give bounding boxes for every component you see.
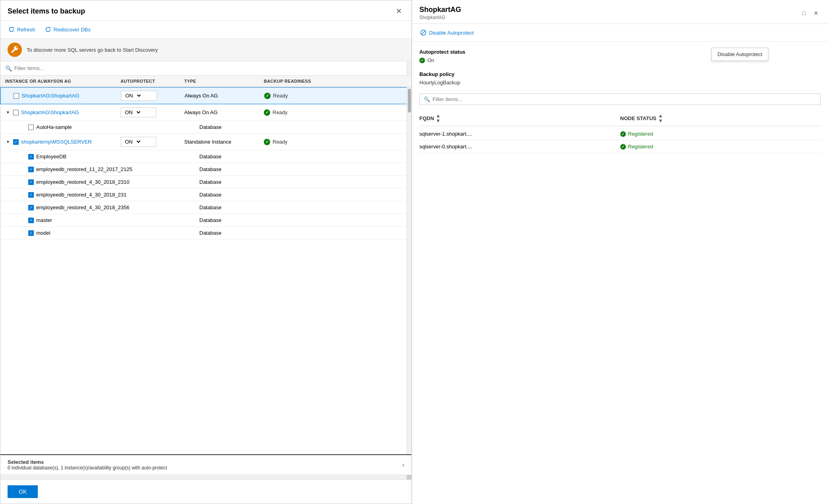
- instance-name-row6: employeedb_restored_11_22_2017_2125: [36, 166, 132, 172]
- right-content: Autoprotect status On Backup policy Hour…: [412, 42, 828, 504]
- instance-name-row5: EmployeeDB: [36, 154, 66, 160]
- checkbox-row6[interactable]: [28, 167, 34, 172]
- refresh-button[interactable]: Refresh: [8, 25, 36, 34]
- autoprotect-select-row1[interactable]: ON OFF: [124, 92, 142, 99]
- autoprotect-select-row4[interactable]: ON OFF: [123, 138, 142, 145]
- instance-name-row8: employeedb_restored_4_30_2018_231: [36, 192, 127, 198]
- instance-name-row11: model: [36, 230, 50, 236]
- type-cell-row11: Database: [199, 230, 279, 236]
- node-row: sqlserver-1.shopkart.... Registered: [419, 128, 821, 140]
- type-cell-row10: Database: [199, 217, 279, 223]
- panel-title: Select items to backup: [8, 7, 85, 16]
- table-scrollbar[interactable]: [407, 87, 411, 454]
- checkbox-row10[interactable]: [28, 218, 34, 223]
- cell-instance: model: [20, 230, 136, 236]
- bottom-bar: OK: [0, 479, 411, 504]
- checkbox-row5[interactable]: [28, 154, 34, 160]
- checkbox-row7[interactable]: [28, 179, 34, 185]
- minimize-button[interactable]: □: [800, 9, 808, 17]
- backup-policy-value: HourlyLogBackup: [419, 80, 821, 86]
- maximize-button[interactable]: ✕: [811, 9, 821, 17]
- instance-link-row1[interactable]: ShopkartAG\ShopkartAG: [21, 93, 79, 99]
- svg-line-1: [422, 31, 425, 34]
- rediscover-icon: [45, 26, 51, 33]
- instance-link-row2[interactable]: ShopkartAG\ShopkartAG: [21, 109, 79, 115]
- status-text-row1: Ready: [273, 93, 288, 99]
- scrollbar[interactable]: [407, 61, 411, 75]
- node-fqdn-1: sqlserver-1.shopkart....: [419, 131, 620, 137]
- cell-instance: ▼ shopkartemp\MSSQLSERVER: [5, 139, 121, 145]
- right-toolbar: Disable Autoprotect: [412, 24, 828, 42]
- backup-policy-section: Backup policy HourlyLogBackup: [419, 71, 821, 86]
- type-cell-row1: Always On AG: [185, 93, 264, 99]
- ok-button[interactable]: OK: [8, 485, 38, 498]
- sort-arrows-status[interactable]: ▲ ▼: [658, 113, 663, 123]
- sort-arrows-fqdn[interactable]: ▲ ▼: [436, 113, 441, 123]
- info-text: To discover more SQL servers go back to …: [27, 47, 158, 53]
- selected-items-label: Selected items: [8, 459, 167, 465]
- table-row: ShopkartAG\ShopkartAG ON OFF Always On A…: [0, 87, 411, 104]
- col-header-instance: INSTANCE OR ALWAYSON AG: [5, 79, 121, 84]
- instance-name-row9: employeedb_restored_4_30_2018_2356: [36, 204, 129, 210]
- dropdown-cell-row1: ON OFF: [121, 91, 185, 101]
- filter-input[interactable]: [14, 64, 407, 72]
- right-header: ShopkartAG ShopkartAG □ ✕: [412, 0, 828, 24]
- checkbox-row2[interactable]: [13, 110, 19, 115]
- horizontal-scrollbar[interactable]: [0, 475, 411, 479]
- node-status-icon-2: [620, 144, 626, 150]
- checkbox-row1[interactable]: [14, 93, 19, 99]
- checkbox-row4[interactable]: [13, 139, 19, 145]
- type-cell-row2: Always On AG: [184, 109, 264, 115]
- autoprotect-dropdown-row2[interactable]: ON OFF: [121, 107, 156, 117]
- node-status-2: Registered: [620, 144, 821, 150]
- disable-btn-label: Disable Autoprotect: [429, 30, 474, 36]
- node-col-fqdn: FQDN ▲ ▼: [419, 113, 620, 123]
- footer-bar: Selected items 0 individual database(s),…: [0, 454, 411, 475]
- status-text-row4: Ready: [273, 139, 288, 145]
- chevron-right-icon[interactable]: ›: [402, 461, 404, 469]
- table-row: employeedb_restored_4_30_2018_2356 Datab…: [0, 201, 411, 214]
- node-col-status: NODE STATUS ▲ ▼: [620, 113, 821, 123]
- cell-instance: employeedb_restored_4_30_2018_231: [20, 192, 136, 198]
- checkbox-row8[interactable]: [28, 192, 34, 198]
- window-controls: □ ✕: [800, 9, 821, 17]
- right-filter-input[interactable]: [433, 96, 816, 102]
- type-cell-row7: Database: [199, 179, 279, 185]
- node-table-header: FQDN ▲ ▼ NODE STATUS ▲ ▼: [419, 111, 821, 126]
- disable-autoprotect-button[interactable]: Disable Autoprotect: [419, 28, 475, 37]
- node-status-1: Registered: [620, 131, 821, 137]
- dropdown-cell-row4: ON OFF: [121, 137, 184, 147]
- expand-toggle-row4[interactable]: ▼: [5, 140, 11, 144]
- rediscover-label: Rediscover DBs: [54, 27, 91, 33]
- search-icon: 🔍: [5, 65, 12, 72]
- refresh-label: Refresh: [17, 27, 35, 33]
- scrollbar-corner: [407, 475, 411, 480]
- cell-instance: master: [20, 217, 136, 223]
- checkbox-row3[interactable]: [28, 125, 34, 130]
- cell-instance: employeedb_restored_4_30_2018_2310: [20, 179, 136, 185]
- autoprotect-dropdown-row4[interactable]: ON OFF: [121, 137, 156, 147]
- status-cell-row1: Ready: [264, 93, 364, 99]
- table-row: model Database: [0, 227, 411, 239]
- autoprotect-dropdown-row1[interactable]: ON OFF: [121, 91, 157, 101]
- close-button[interactable]: ✕: [394, 6, 404, 16]
- checkbox-row11[interactable]: [28, 230, 34, 236]
- table-row: ▼ shopkartemp\MSSQLSERVER ON OFF Standal…: [0, 134, 411, 150]
- expand-toggle-row2[interactable]: ▼: [5, 110, 11, 115]
- selected-items-value: 0 individual database(s), 1 instance(s)/…: [8, 465, 167, 471]
- status-cell-row4: Ready: [264, 139, 363, 145]
- wrench-icon: [10, 45, 19, 54]
- rediscover-button[interactable]: Rediscover DBs: [44, 25, 92, 34]
- panel-header: Select items to backup ✕: [0, 0, 411, 21]
- cell-instance: ShopkartAG\ShopkartAG: [6, 93, 121, 99]
- col-header-autoprotect: AUTOPROTECT: [121, 79, 184, 84]
- instance-link-row4[interactable]: shopkartemp\MSSQLSERVER: [21, 139, 92, 145]
- table-container: ShopkartAG\ShopkartAG ON OFF Always On A…: [0, 87, 411, 454]
- tooltip-popup: Disable Autoprotect: [711, 48, 768, 61]
- autoprotect-select-row2[interactable]: ON OFF: [123, 109, 142, 116]
- cell-instance: ▼ ShopkartAG\ShopkartAG: [5, 109, 121, 115]
- right-panel-subtitle: ShopkartAG: [419, 15, 461, 20]
- table-row: master Database: [0, 214, 411, 227]
- table-row: EmployeeDB Database: [0, 150, 411, 163]
- checkbox-row9[interactable]: [28, 205, 34, 210]
